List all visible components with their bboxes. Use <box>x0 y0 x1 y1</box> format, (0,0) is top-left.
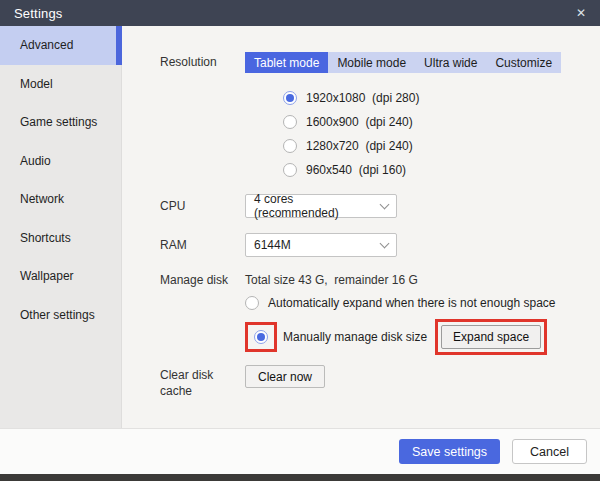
ram-label: RAM <box>160 233 245 257</box>
radio-icon <box>283 139 297 153</box>
sidebar-item-wallpaper[interactable]: Wallpaper <box>0 257 121 296</box>
manual-manage-option-row: Manually manage disk size Expand space <box>245 319 556 355</box>
annotation-box-button: Expand space <box>435 319 547 355</box>
clear-now-button[interactable]: Clear now <box>245 365 325 388</box>
radio-icon <box>245 296 259 310</box>
tab-mobile-mode[interactable]: Mobile mode <box>328 52 415 73</box>
footer: Save settings Cancel <box>0 428 600 474</box>
manage-disk-options: Total size 43 G, remainder 16 G Automati… <box>245 270 556 355</box>
resolution-option-1920x1080[interactable]: 1920x1080 (dpi 280) <box>283 86 600 110</box>
cpu-selected-value: 4 cores (recommended) <box>254 192 381 220</box>
sidebar-item-other-settings[interactable]: Other settings <box>0 296 121 335</box>
close-icon[interactable]: ✕ <box>576 7 586 19</box>
sidebar-item-label: Advanced <box>20 38 73 52</box>
ram-selected-value: 6144M <box>254 238 291 252</box>
sidebar-item-label: Other settings <box>20 308 95 322</box>
clear-cache-row: Clear disk cache Clear now <box>160 365 600 399</box>
clear-cache-label: Clear disk cache <box>160 365 245 399</box>
sidebar-item-label: Audio <box>20 154 51 168</box>
sidebar-item-label: Model <box>20 77 53 91</box>
manage-disk-row: Manage disk Total size 43 G, remainder 1… <box>160 270 600 355</box>
tab-ultra-wide[interactable]: Ultra wide <box>415 52 486 73</box>
resolution-row: Resolution Tablet mode Mobile mode Ultra… <box>160 52 600 73</box>
resolution-option-960x540[interactable]: 960x540 (dpi 160) <box>283 158 600 182</box>
sidebar-item-label: Wallpaper <box>20 269 74 283</box>
radio-checked-icon <box>283 91 297 105</box>
cpu-label: CPU <box>160 194 245 218</box>
manual-manage-radio[interactable] <box>254 330 268 344</box>
resolution-options: 1920x1080 (dpi 280) 1600x900 (dpi 240) 1… <box>283 86 600 182</box>
tab-tablet-mode[interactable]: Tablet mode <box>245 52 328 73</box>
window-title: Settings <box>14 6 63 21</box>
window-bottom-edge <box>0 474 600 481</box>
sidebar-item-game-settings[interactable]: Game settings <box>0 103 121 142</box>
expand-space-button[interactable]: Expand space <box>441 325 541 349</box>
resolution-mode-tabs: Tablet mode Mobile mode Ultra wide Custo… <box>245 52 561 73</box>
resolution-option-1280x720[interactable]: 1280x720 (dpi 240) <box>283 134 600 158</box>
ram-select[interactable]: 6144M <box>245 233 397 257</box>
save-settings-button[interactable]: Save settings <box>399 439 500 464</box>
resolution-option-1600x900[interactable]: 1600x900 (dpi 240) <box>283 110 600 134</box>
chevron-down-icon <box>380 238 390 248</box>
selected-indicator <box>116 26 122 65</box>
sidebar-item-audio[interactable]: Audio <box>0 142 121 181</box>
sidebar: Advanced Model Game settings Audio Netwo… <box>0 26 122 428</box>
cancel-button[interactable]: Cancel <box>512 439 587 464</box>
auto-expand-option[interactable]: Automatically expand when there is not e… <box>245 290 556 316</box>
sidebar-item-network[interactable]: Network <box>0 180 121 219</box>
annotation-box-radio <box>245 322 277 352</box>
disk-size-summary: Total size 43 G, remainder 16 G <box>245 270 556 290</box>
ram-row: RAM 6144M <box>160 233 600 257</box>
sidebar-item-label: Shortcuts <box>20 231 71 245</box>
cpu-row: CPU 4 cores (recommended) <box>160 194 600 218</box>
settings-panel: Resolution Tablet mode Mobile mode Ultra… <box>122 26 600 428</box>
settings-window: Settings ✕ Advanced Model Game settings … <box>0 0 600 481</box>
resolution-label: Resolution <box>160 52 245 73</box>
titlebar: Settings ✕ <box>0 0 600 26</box>
chevron-down-icon <box>380 199 390 209</box>
sidebar-item-shortcuts[interactable]: Shortcuts <box>0 219 121 258</box>
sidebar-item-model[interactable]: Model <box>0 65 121 104</box>
manage-disk-label: Manage disk <box>160 270 245 355</box>
sidebar-item-advanced[interactable]: Advanced <box>0 26 121 65</box>
tab-customize[interactable]: Customize <box>486 52 561 73</box>
sidebar-item-label: Network <box>20 192 64 206</box>
manual-manage-label[interactable]: Manually manage disk size <box>283 330 427 344</box>
cpu-select[interactable]: 4 cores (recommended) <box>245 194 397 218</box>
sidebar-item-label: Game settings <box>20 115 97 129</box>
radio-icon <box>283 115 297 129</box>
radio-icon <box>283 163 297 177</box>
window-body: Advanced Model Game settings Audio Netwo… <box>0 26 600 428</box>
